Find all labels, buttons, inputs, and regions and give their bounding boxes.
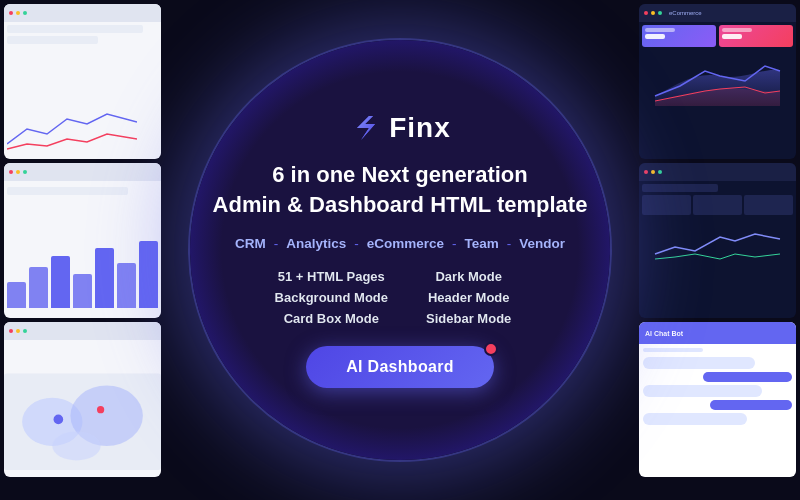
stat-row [642,195,793,215]
bar [73,274,92,308]
spec-header-mode: Header Mode [412,290,525,305]
screenshot-content [639,181,796,318]
bar [95,248,114,308]
metric-card [719,25,793,47]
screenshot-header [4,322,161,340]
content-row [7,25,143,33]
svg-point-3 [52,432,100,461]
svg-point-4 [54,415,64,425]
screenshot-header [639,163,796,181]
mini-line-chart [7,104,137,154]
dot-red [644,170,648,174]
screenshot-content [4,22,161,159]
dot-green [658,170,662,174]
screenshot-header: eCommerce [639,4,796,22]
chat-bubble-right [703,372,792,382]
map-visual [4,367,161,477]
screenshot-header [4,163,161,181]
screenshot-chat: AI Chat Bot [639,322,796,477]
stat-box [642,195,691,215]
metric-label [722,28,752,32]
bar [7,282,26,308]
spec-dark-mode: Dark Mode [412,269,525,284]
stat-box [744,195,793,215]
line-chart-dark [642,219,793,269]
notification-dot [484,342,498,356]
tab-label: eCommerce [669,10,702,16]
dot-red [9,170,13,174]
center-overlay: Finx 6 in one Next generation Admin & Da… [190,40,610,460]
spec-html-pages: 51 + HTML Pages [275,269,388,284]
dot-yellow [651,11,655,15]
metric-label [645,28,675,32]
content-row [642,184,718,192]
chat-bubble-left [643,385,762,397]
feature-ecommerce: eCommerce [367,236,444,251]
dot-yellow [16,170,20,174]
screenshot-content [4,181,161,318]
right-screenshots: eCommerce [635,0,800,481]
logo-text: Finx [389,112,451,144]
spec-card-box-mode: Card Box Mode [275,311,388,326]
ai-dashboard-button[interactable]: AI Dashboard [306,346,494,388]
chat-bubble-left [643,413,747,425]
screenshot-metrics [639,163,796,318]
features-row: CRM - Analytics - eCommerce - Team - Ven… [235,236,565,251]
cta-label: AI Dashboard [346,358,454,375]
chat-title-label: AI Chat Bot [645,330,683,337]
bar [51,256,70,309]
logo-area: Finx [349,112,451,144]
chat-label [643,348,703,352]
content-row [7,187,128,195]
separator: - [452,236,457,251]
dot-green [23,329,27,333]
screenshot-map [4,322,161,477]
feature-analytics: Analytics [286,236,346,251]
chat-bubble-left [643,357,755,369]
bar-chart-visual [7,233,158,313]
headline-line1: 6 in one Next generation [272,162,528,187]
feature-team: Team [465,236,499,251]
screenshot-analytics [4,4,161,159]
logo-icon [349,112,381,144]
chat-header: AI Chat Bot [639,322,796,344]
svg-point-5 [97,407,104,414]
left-screenshots [0,0,165,481]
bar [117,263,136,308]
feature-crm: CRM [235,236,266,251]
specs-grid: 51 + HTML Pages Dark Mode Background Mod… [275,269,526,326]
dot-red [9,329,13,333]
feature-vendor: Vendor [519,236,565,251]
dot-green [23,11,27,15]
dot-red [644,11,648,15]
content-row [7,36,98,44]
metric-value [645,34,665,39]
screenshot-barchart [4,163,161,318]
dot-green [23,170,27,174]
chat-bubble-right [710,400,792,410]
svg-marker-7 [357,116,375,140]
separator: - [507,236,512,251]
dot-red [9,11,13,15]
screenshot-ecommerce: eCommerce [639,4,796,159]
spec-background-mode: Background Mode [275,290,388,305]
bar [29,267,48,308]
separator: - [274,236,279,251]
chat-content [639,344,796,429]
spec-sidebar-mode: Sidebar Mode [412,311,525,326]
headline-line2: Admin & Dashboard HTML template [213,192,588,217]
headline: 6 in one Next generation Admin & Dashboa… [193,160,608,219]
stat-box [693,195,742,215]
dot-yellow [16,11,20,15]
metric-value [722,34,742,39]
screenshot-header [4,4,161,22]
dot-yellow [16,329,20,333]
metric-grid [642,25,793,47]
dot-green [658,11,662,15]
bar [139,241,158,309]
metric-card [642,25,716,47]
separator: - [354,236,359,251]
dot-yellow [651,170,655,174]
screenshot-content [4,340,161,477]
area-chart [642,51,793,106]
